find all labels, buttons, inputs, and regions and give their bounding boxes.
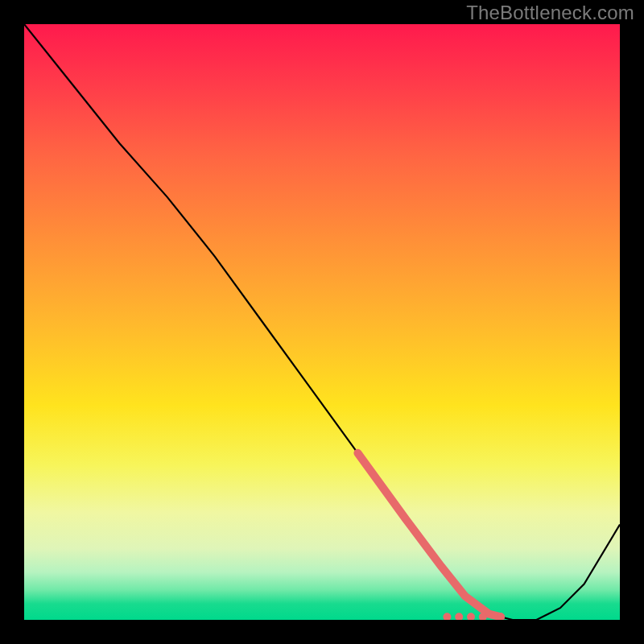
chart-frame: TheBottleneck.com (0, 0, 644, 644)
main-curve (24, 24, 620, 620)
watermark-text: TheBottleneck.com (466, 2, 634, 24)
chart-svg (24, 24, 620, 620)
highlight-dot (443, 613, 451, 620)
highlight-segment (357, 453, 501, 617)
plot-area (24, 24, 620, 620)
highlight-dot (467, 613, 475, 620)
highlight-dot (455, 613, 463, 620)
